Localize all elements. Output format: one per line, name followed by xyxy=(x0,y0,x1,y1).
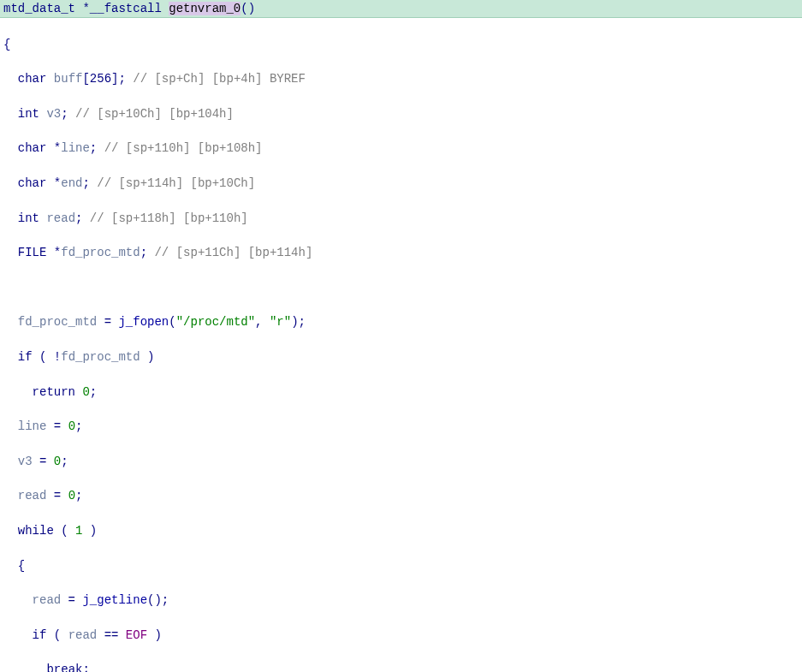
num-literal: 0 xyxy=(54,455,61,468)
var-ref: read xyxy=(33,593,62,607)
code-line[interactable]: FILE *fd_proc_mtd; // [sp+11Ch] [bp+114h… xyxy=(3,244,799,261)
code-line[interactable]: read = 0; xyxy=(3,487,799,504)
num-literal: 0 xyxy=(82,385,89,399)
pointer-star: * xyxy=(82,2,89,15)
calling-convention: __fastcall xyxy=(90,2,169,15)
code-line[interactable]: fd_proc_mtd = j_fopen("/proc/mtd", "r"); xyxy=(3,313,799,330)
macro-eof: EOF xyxy=(126,628,147,642)
pointer-star: * xyxy=(54,141,61,155)
code-line[interactable]: v3 = 0; xyxy=(3,453,799,470)
pointer-star: * xyxy=(54,246,61,259)
function-name[interactable]: getnvram_0 xyxy=(169,2,241,15)
kw-if: if xyxy=(33,628,47,642)
kw-break: break xyxy=(46,663,82,672)
type-file: FILE xyxy=(18,246,47,259)
type-keyword: int xyxy=(18,107,39,121)
code-line[interactable]: break; xyxy=(3,661,799,672)
param-list: () xyxy=(241,2,255,15)
code-line[interactable]: int read; // [sp+118h] [bp+110h] xyxy=(3,210,799,227)
var-ref: fd_proc_mtd xyxy=(61,350,140,364)
type-keyword: int xyxy=(18,211,39,225)
code-line[interactable]: char *line; // [sp+110h] [bp+108h] xyxy=(3,140,799,157)
var-ref: fd_proc_mtd xyxy=(18,315,97,329)
blank-line xyxy=(3,279,799,296)
code-line[interactable]: if ( read == EOF ) xyxy=(3,627,799,644)
type-keyword: char xyxy=(18,176,47,190)
function-signature: mtd_data_t *__fastcall getnvram_0() xyxy=(0,0,802,18)
return-type: mtd_data_t xyxy=(3,2,82,15)
pointer-star: * xyxy=(54,176,61,190)
code-line[interactable]: { xyxy=(3,557,799,574)
string-literal: "r" xyxy=(270,315,291,329)
code-line[interactable]: return 0; xyxy=(3,384,799,401)
type-keyword: char xyxy=(18,141,47,155)
code-line[interactable]: int v3; // [sp+10Ch] [bp+104h] xyxy=(3,105,799,122)
stack-comment: // [sp+11Ch] [bp+114h] xyxy=(154,246,312,259)
stack-comment: // [sp+114h] [bp+10Ch] xyxy=(97,176,255,190)
var-ref: line xyxy=(18,419,47,433)
array-dim: [256] xyxy=(82,72,118,86)
num-literal: 0 xyxy=(68,489,75,503)
code-line[interactable]: { xyxy=(3,36,799,53)
stack-comment: // [sp+118h] [bp+110h] xyxy=(90,211,248,225)
num-literal: 1 xyxy=(75,524,82,538)
kw-return: return xyxy=(33,385,75,399)
var-buff: buff xyxy=(54,72,83,86)
var-fd-proc-mtd: fd_proc_mtd xyxy=(61,246,140,259)
function-body: { char buff[256]; // [sp+Ch] [bp+4h] BYR… xyxy=(0,18,802,672)
var-ref: read xyxy=(18,489,47,503)
kw-while: while xyxy=(18,524,54,538)
code-line[interactable]: char buff[256]; // [sp+Ch] [bp+4h] BYREF xyxy=(3,70,799,87)
stack-comment: // [sp+Ch] [bp+4h] BYREF xyxy=(133,72,306,86)
code-line[interactable]: char *end; // [sp+114h] [bp+10Ch] xyxy=(3,175,799,192)
call-fopen: j_fopen xyxy=(118,315,169,329)
code-line[interactable]: while ( 1 ) xyxy=(3,522,799,539)
code-line[interactable]: line = 0; xyxy=(3,418,799,435)
stack-comment: // [sp+10Ch] [bp+104h] xyxy=(75,107,234,121)
stack-comment: // [sp+110h] [bp+108h] xyxy=(104,141,263,155)
kw-if: if xyxy=(18,350,33,364)
code-line[interactable]: read = j_getline(); xyxy=(3,592,799,609)
var-read: read xyxy=(46,211,75,225)
type-keyword: char xyxy=(18,72,47,86)
var-line: line xyxy=(61,141,90,155)
call-getline: j_getline xyxy=(82,593,147,607)
string-literal: "/proc/mtd" xyxy=(176,315,255,329)
var-end: end xyxy=(61,176,82,190)
var-ref: read xyxy=(68,628,98,642)
num-literal: 0 xyxy=(68,419,75,433)
op-not: ! xyxy=(54,350,61,364)
code-line[interactable]: if ( !fd_proc_mtd ) xyxy=(3,348,799,366)
var-ref: v3 xyxy=(18,455,33,468)
var-v3: v3 xyxy=(46,107,61,121)
